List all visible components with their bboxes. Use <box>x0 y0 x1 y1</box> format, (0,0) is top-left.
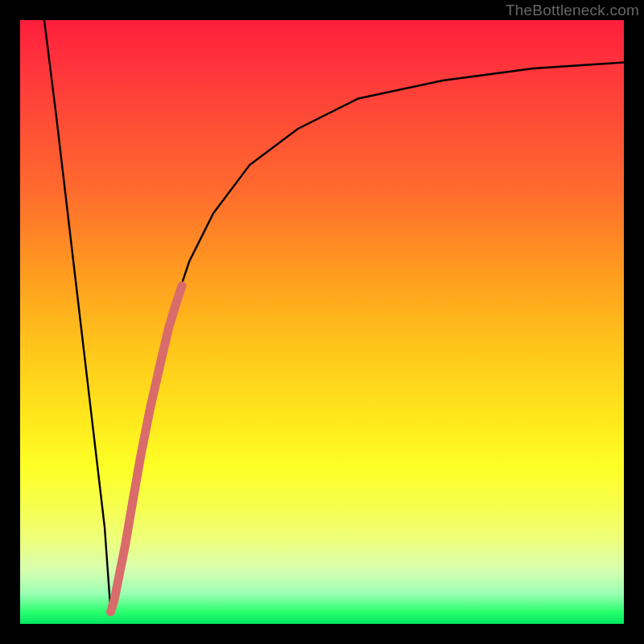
left-branch-line <box>44 20 111 612</box>
highlight-segment-line <box>111 286 183 612</box>
curves-svg <box>20 20 624 624</box>
chart-frame: TheBottleneck.com <box>0 0 644 644</box>
watermark-text: TheBottleneck.com <box>506 2 639 19</box>
right-branch-line <box>111 63 625 613</box>
plot-area <box>20 20 624 624</box>
